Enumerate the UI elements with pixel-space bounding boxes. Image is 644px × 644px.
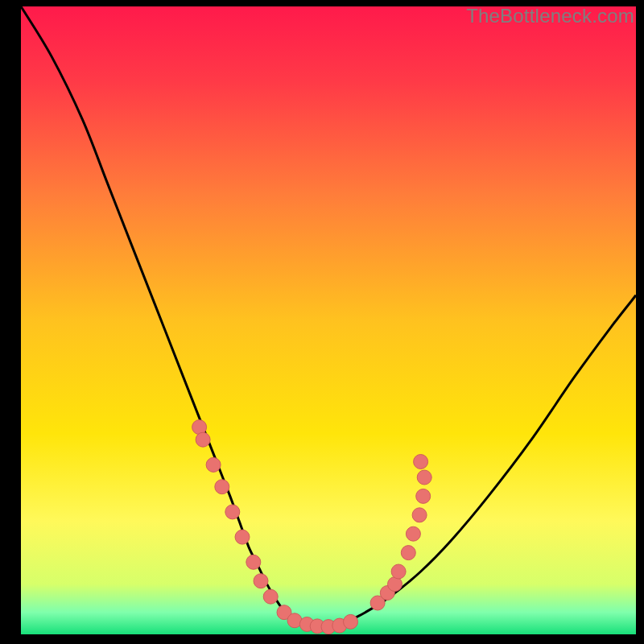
chart-stage: TheBottleneck.com (0, 0, 644, 644)
data-point (263, 589, 278, 604)
data-point (225, 505, 240, 519)
bottleneck-chart (21, 6, 636, 634)
data-point (206, 457, 221, 472)
data-point (391, 564, 406, 579)
plot-area (21, 6, 636, 634)
data-point (344, 614, 358, 629)
data-point (406, 526, 420, 541)
data-point (215, 480, 229, 494)
data-point (414, 455, 428, 469)
watermark-label: TheBottleneck.com (466, 5, 634, 27)
data-point (196, 432, 210, 447)
data-point (412, 508, 427, 522)
data-point (417, 470, 431, 485)
data-point (416, 489, 431, 503)
data-point (401, 546, 415, 560)
gradient-background (21, 6, 636, 634)
data-point (235, 530, 250, 544)
data-point (246, 555, 261, 569)
data-point (254, 574, 268, 588)
